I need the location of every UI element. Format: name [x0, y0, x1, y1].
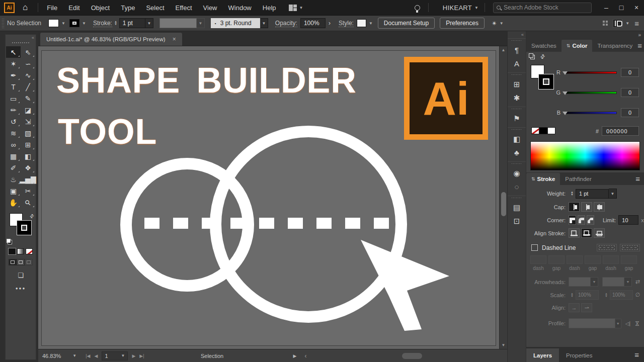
layers-panel-menu-icon[interactable]: ≡: [634, 350, 639, 359]
menu-help[interactable]: Help: [257, 4, 282, 12]
align-panel-icon[interactable]: ⚑: [508, 112, 526, 125]
tool-curvature[interactable]: ∿: [21, 69, 35, 81]
corner-miter-button[interactable]: [569, 215, 576, 225]
menu-effect[interactable]: Effect: [170, 4, 198, 12]
fill-color-swatch[interactable]: [48, 19, 59, 27]
menu-file[interactable]: File: [41, 4, 63, 12]
variable-width-profile-dropdown[interactable]: [159, 18, 197, 28]
align-stroke-outside-button[interactable]: [594, 228, 605, 238]
snap-options-icon[interactable]: ✴: [492, 20, 497, 27]
cap-butt-button[interactable]: [569, 202, 580, 212]
opacity-label[interactable]: Opacity:: [275, 20, 297, 27]
align-stroke-inside-button[interactable]: [569, 228, 580, 238]
tool-width[interactable]: ≋: [6, 127, 21, 139]
green-slider[interactable]: [565, 92, 617, 94]
tool-perspective-grid[interactable]: ⊞: [21, 139, 35, 150]
maximize-button[interactable]: □: [614, 0, 629, 15]
weight-stepper[interactable]: ▲▼: [571, 191, 574, 196]
tab-layers[interactable]: Layers: [526, 348, 559, 362]
arrowhead-start-dropdown[interactable]: [569, 277, 591, 287]
swap-arrowheads-icon[interactable]: ⇄: [635, 279, 640, 285]
flip-along-icon[interactable]: ◁|: [625, 321, 630, 326]
tool-line-segment[interactable]: ╱: [21, 81, 35, 93]
libraries-panel-icon[interactable]: ▤: [508, 201, 526, 214]
link-scales-icon[interactable]: ∅: [635, 292, 640, 298]
tool-symbol-sprayer[interactable]: ♨: [6, 173, 21, 185]
dash-input-1[interactable]: [530, 255, 546, 264]
dash-input-3[interactable]: [603, 255, 619, 264]
scale-end-stepper[interactable]: ▲▼: [605, 293, 608, 298]
tool-direct-selection[interactable]: ⇖: [21, 46, 35, 58]
chevron-down-icon[interactable]: ▼: [61, 21, 65, 26]
close-button[interactable]: ×: [629, 0, 644, 15]
scroll-down-icon[interactable]: ▼: [502, 343, 506, 347]
tool-paintbrush[interactable]: ✎: [21, 93, 35, 104]
scale-end-value[interactable]: 100%: [610, 290, 633, 300]
tool-rectangle[interactable]: ▭: [6, 93, 21, 104]
align-stroke-center-button[interactable]: [581, 228, 592, 238]
tool-rotate[interactable]: ↺: [6, 116, 21, 127]
tool-column-graph[interactable]: ▂▅▇: [21, 173, 35, 185]
gradient-panel-icon[interactable]: ◧: [508, 132, 526, 146]
color-panel-menu-icon[interactable]: ≡: [637, 41, 642, 50]
zoom-dropdown-chevron[interactable]: ▼: [72, 353, 76, 358]
vertical-scrollbar[interactable]: ▲ ▼: [499, 46, 507, 349]
transform-panel-icon[interactable]: ⊞: [508, 77, 526, 91]
menu-type[interactable]: Type: [115, 4, 140, 12]
brush-dropdown-chevron[interactable]: ▼: [260, 18, 268, 28]
weight-dropdown[interactable]: ▼: [609, 189, 617, 199]
align-arrowhead-end-button[interactable]: ⇀: [581, 303, 592, 312]
draw-normal-button[interactable]: [9, 259, 17, 265]
lightbulb-icon[interactable]: [415, 5, 420, 11]
brush-definition-dropdown[interactable]: • 3 pt. Round: [211, 18, 260, 28]
panel-group-grip[interactable]: [511, 74, 522, 76]
menu-select[interactable]: Select: [140, 4, 170, 12]
gradient-mode-button[interactable]: [17, 248, 24, 254]
tool-type[interactable]: T: [6, 81, 21, 93]
chevron-down-icon[interactable]: ▼: [82, 21, 86, 26]
document-tab[interactable]: Untitled-1c.ai* @ 46.83% (RGB/GPU Previe…: [40, 33, 182, 46]
panel-group-grip[interactable]: [511, 163, 522, 165]
chevron-down-icon[interactable]: ▼: [369, 21, 373, 26]
width-profile-dropdown[interactable]: [569, 318, 615, 328]
tool-zoom[interactable]: ⚲: [21, 197, 35, 208]
panel-group-grip[interactable]: [511, 197, 522, 199]
brushes-panel-icon[interactable]: ◌: [508, 180, 526, 194]
corner-bevel-button[interactable]: [587, 215, 594, 225]
tool-scale[interactable]: ⇲: [21, 116, 35, 127]
chevron-down-icon[interactable]: ▼: [591, 277, 598, 287]
tool-slice[interactable]: ✂: [21, 185, 35, 197]
stroke-proxy-swatch[interactable]: [538, 74, 554, 89]
change-screen-mode-icon[interactable]: ❏: [6, 272, 36, 279]
swap-fill-stroke-icon[interactable]: ⇄: [28, 213, 35, 220]
panel-group-grip[interactable]: [511, 129, 522, 131]
tool-blend[interactable]: ❖: [21, 162, 35, 173]
previous-artboard-button[interactable]: ◀: [95, 353, 98, 358]
tool-pen[interactable]: ✒: [6, 69, 21, 81]
home-icon[interactable]: ⌂: [23, 3, 28, 13]
graphic-style-swatch[interactable]: [357, 19, 366, 27]
stroke-weight-stepper[interactable]: ▲▼: [114, 21, 117, 26]
none-swatch[interactable]: [531, 127, 539, 134]
dash-input-2[interactable]: [567, 255, 583, 264]
none-mode-button[interactable]: [26, 248, 33, 254]
tool-artboard[interactable]: ▣: [6, 185, 21, 197]
color-guide-panel-icon[interactable]: ◉: [508, 166, 526, 180]
character-panel-icon[interactable]: A: [508, 57, 526, 70]
draw-behind-button[interactable]: [17, 259, 25, 265]
first-artboard-button[interactable]: |◀: [86, 353, 90, 358]
menu-edit[interactable]: Edit: [63, 4, 85, 12]
symbols-panel-icon[interactable]: ♣: [508, 146, 526, 159]
tool-eyedropper[interactable]: ✐: [6, 162, 21, 173]
color-spectrum[interactable]: [530, 141, 640, 170]
red-slider[interactable]: [565, 71, 617, 74]
canvas-viewport[interactable]: SHAPE BUILDER TOOL Ai: [38, 46, 499, 349]
toolbar-grip[interactable]: [12, 42, 30, 44]
gap-input-1[interactable]: [548, 255, 565, 264]
color-mode-button[interactable]: [9, 248, 16, 254]
weight-value[interactable]: 1 pt: [576, 189, 609, 199]
panel-grip[interactable]: [2, 18, 4, 28]
default-fill-stroke-icon[interactable]: [8, 240, 12, 244]
gap-input-3[interactable]: [621, 255, 637, 264]
artboards-panel-icon[interactable]: ⊡: [508, 214, 526, 228]
